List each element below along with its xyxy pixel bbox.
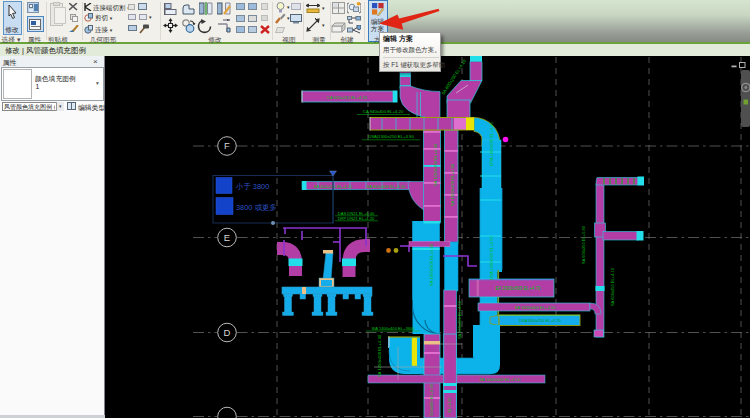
svg-text:DSA 1000x500 EL+4.20: DSA 1000x500 EL+4.20 bbox=[489, 122, 494, 166]
svg-text:SA 1250x400 EL+4.30: SA 1250x400 EL+4.30 bbox=[433, 143, 438, 186]
svg-text:SA 1000x400 EL+4.50: SA 1000x400 EL+4.50 bbox=[515, 305, 557, 310]
svg-text:D: D bbox=[224, 327, 231, 338]
svg-text:3800 或更多: 3800 或更多 bbox=[236, 203, 277, 212]
svg-text:DSA|1300x250 EL+4.90: DSA|1300x250 EL+4.90 bbox=[368, 134, 414, 139]
svg-text:DSA 1000x500 EL+4.50: DSA 1000x500 EL+4.50 bbox=[489, 236, 494, 280]
svg-text:SIA 1400x400 EL+3600: SIA 1400x400 EL+3600 bbox=[371, 326, 415, 331]
svg-text:CA 625x250 EL+4.20: CA 625x250 EL+4.20 bbox=[327, 95, 368, 100]
svg-text:小于 3800: 小于 3800 bbox=[235, 182, 269, 191]
svg-text:CA 940x400 EL+4.20: CA 940x400 EL+4.20 bbox=[363, 109, 404, 114]
svg-text:E: E bbox=[224, 232, 230, 243]
svg-text:F: F bbox=[224, 140, 230, 151]
svg-text:SA 1000x200 EL+4.50: SA 1000x200 EL+4.50 bbox=[480, 377, 522, 382]
svg-text:DSA 800x250 EL+4.70: DSA 800x250 EL+4.70 bbox=[519, 318, 561, 323]
svg-text:EA 1500x500 EL+4.70: EA 1500x500 EL+4.70 bbox=[496, 286, 541, 291]
svg-text:DRP DN21 EL+4.20: DRP DN21 EL+4.20 bbox=[338, 216, 375, 221]
svg-text:SA 1250x400 EL+4.30: SA 1250x400 EL+4.30 bbox=[377, 334, 382, 377]
svg-text:SA 1000x500 EL+4.30: SA 1000x500 EL+4.30 bbox=[429, 243, 434, 286]
svg-text:EL+4.50: EL+4.50 bbox=[447, 397, 452, 413]
svg-text:500x400 EL+4.30: 500x400 EL+4.30 bbox=[429, 383, 434, 416]
svg-text:SA 600x250 EL+5.80: SA 600x250 EL+5.80 bbox=[581, 225, 586, 264]
svg-text:SA 600x250 EL+4.10: SA 600x250 EL+4.10 bbox=[610, 267, 615, 306]
svg-text:SA 900x400 EL+4.50: SA 900x400 EL+4.50 bbox=[457, 300, 462, 339]
svg-text:SA 1000x400 EL+4.50: SA 1000x400 EL+4.50 bbox=[450, 163, 455, 206]
svg-text:SA 800x400 EL+4.50: SA 800x400 EL+4.50 bbox=[367, 184, 406, 189]
